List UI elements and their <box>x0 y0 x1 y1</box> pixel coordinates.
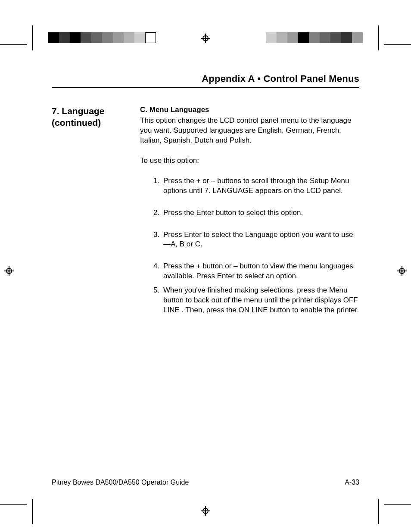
swatch <box>124 32 134 43</box>
swatch <box>266 32 277 43</box>
step-item: Press the Enter button to select this op… <box>162 208 359 218</box>
swatch <box>81 32 91 43</box>
crop-mark <box>378 499 379 524</box>
page-content: Appendix A • Control Panel Menus 7. Lang… <box>52 73 359 489</box>
crop-mark <box>0 504 27 505</box>
swatch <box>277 32 287 43</box>
section-body: C. Menu Languages This option changes th… <box>140 105 359 315</box>
swatch <box>341 32 352 43</box>
footer-left: Pitney Bowes DA500/DA550 Operator Guide <box>52 479 189 486</box>
swatch <box>309 32 320 43</box>
intro-paragraph: This option changes the LCD control pane… <box>140 116 359 146</box>
swatch <box>330 32 341 43</box>
page-header: Appendix A • Control Panel Menus <box>52 73 359 88</box>
swatch <box>102 32 113 43</box>
swatch <box>320 32 330 43</box>
swatch <box>70 32 81 43</box>
steps-list: Press the + or – buttons to scroll throu… <box>140 176 359 315</box>
crop-mark <box>32 499 33 524</box>
swatch <box>287 32 298 43</box>
page-footer: Pitney Bowes DA500/DA550 Operator Guide … <box>52 479 359 486</box>
crop-mark <box>384 504 411 505</box>
section-number-line2: (continued) <box>52 117 136 128</box>
footer-page-number: A-33 <box>345 479 359 486</box>
registration-mark-icon <box>397 266 407 276</box>
swatch <box>91 32 102 43</box>
swatch <box>113 32 124 43</box>
section-number: 7. Language (continued) <box>52 105 140 315</box>
registration-mark-icon <box>201 506 210 516</box>
section-number-line1: 7. Language <box>52 105 136 117</box>
swatch <box>134 32 145 43</box>
step-item: Press the + or – buttons to scroll throu… <box>162 176 359 196</box>
step-item: When you've finished making selections, … <box>162 286 359 315</box>
crop-mark <box>32 25 33 50</box>
registration-mark-icon <box>201 34 210 43</box>
color-bar-right <box>266 32 363 43</box>
subheading: C. Menu Languages <box>140 105 359 115</box>
registration-mark-icon <box>4 266 14 276</box>
step-item: Press Enter to select the Language optio… <box>162 230 359 250</box>
lead-in: To use this option: <box>140 156 359 166</box>
crop-mark <box>0 44 27 45</box>
swatch-outline <box>145 32 156 43</box>
crop-mark <box>384 44 411 45</box>
swatch <box>59 32 70 43</box>
swatch <box>352 32 363 43</box>
step-item: Press the + button or – button to view t… <box>162 261 359 281</box>
crop-mark <box>378 25 379 50</box>
color-bar-left <box>48 32 156 43</box>
swatch <box>48 32 59 43</box>
swatch <box>298 32 309 43</box>
